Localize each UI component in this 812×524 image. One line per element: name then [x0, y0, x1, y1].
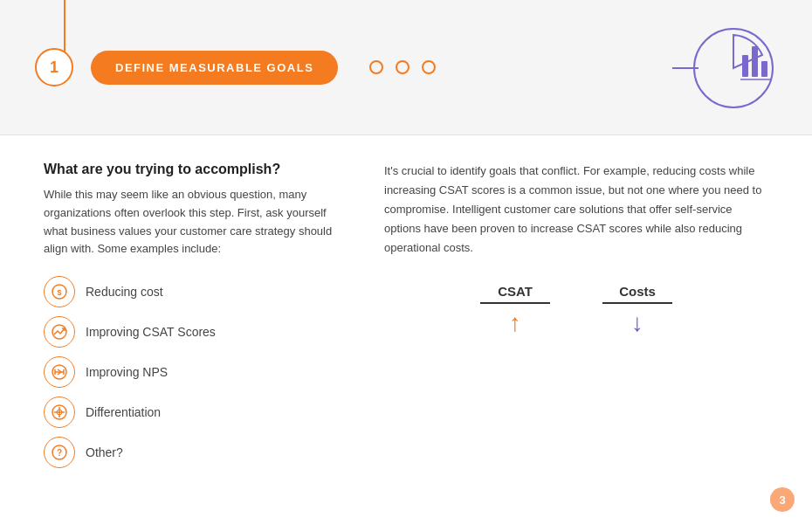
csat-arrow-up-icon: ↑ — [509, 311, 521, 335]
list-item: ? Other? — [44, 437, 349, 468]
svg-rect-4 — [761, 61, 767, 77]
csat-label: CSAT — [480, 284, 550, 304]
step-dots — [369, 60, 436, 74]
differentiation-icon — [44, 396, 75, 428]
page-number: 3 — [770, 487, 795, 512]
csat-metric: CSAT ↑ — [480, 284, 550, 335]
nps-icon — [44, 356, 75, 388]
main-body-text: While this may seem like an obvious ques… — [44, 186, 349, 259]
left-column: What are you trying to accomplish? While… — [44, 162, 349, 468]
list-item: $ Reducing cost — [44, 276, 349, 307]
csat-icon — [44, 316, 75, 348]
main-title: What are you trying to accomplish? — [44, 162, 349, 177]
step-line — [64, 0, 65, 52]
svg-text:$: $ — [57, 288, 61, 297]
other-icon: ? — [44, 437, 75, 468]
costs-arrow-down-icon: ↓ — [631, 311, 643, 335]
header-icon-area — [672, 0, 812, 135]
metrics-row: CSAT ↑ Costs ↓ — [384, 284, 768, 335]
step-number: 1 — [35, 48, 73, 86]
reducing-cost-icon: $ — [44, 276, 75, 307]
list-item: Improving NPS — [44, 356, 349, 388]
list-item-label: Differentiation — [86, 405, 161, 419]
list-item-label: Improving CSAT Scores — [86, 325, 216, 339]
list-item-label: Reducing cost — [86, 285, 163, 299]
header-graphic-icon — [672, 7, 795, 129]
costs-label: Costs — [602, 284, 672, 304]
dot-1 — [369, 60, 383, 74]
main-content: What are you trying to accomplish? While… — [0, 135, 812, 486]
list-item: Improving CSAT Scores — [44, 316, 349, 348]
goals-list: $ Reducing cost Improving CSAT Scores — [44, 276, 349, 468]
list-item-label: Improving NPS — [86, 365, 168, 379]
dot-2 — [396, 60, 409, 74]
dot-3 — [422, 60, 436, 74]
svg-text:?: ? — [57, 448, 62, 458]
svg-rect-3 — [752, 46, 758, 77]
header-section: 1 DEFINE MEASURABLE GOALS — [0, 0, 812, 135]
list-item-label: Other? — [86, 445, 123, 459]
header-left: 1 DEFINE MEASURABLE GOALS — [35, 48, 436, 86]
define-goals-button[interactable]: DEFINE MEASURABLE GOALS — [91, 51, 338, 85]
svg-rect-2 — [742, 55, 748, 77]
right-column: It's crucial to identify goals that conf… — [384, 162, 768, 468]
costs-metric: Costs ↓ — [602, 284, 672, 335]
right-body-text: It's crucial to identify goals that conf… — [384, 162, 768, 258]
list-item: Differentiation — [44, 396, 349, 428]
